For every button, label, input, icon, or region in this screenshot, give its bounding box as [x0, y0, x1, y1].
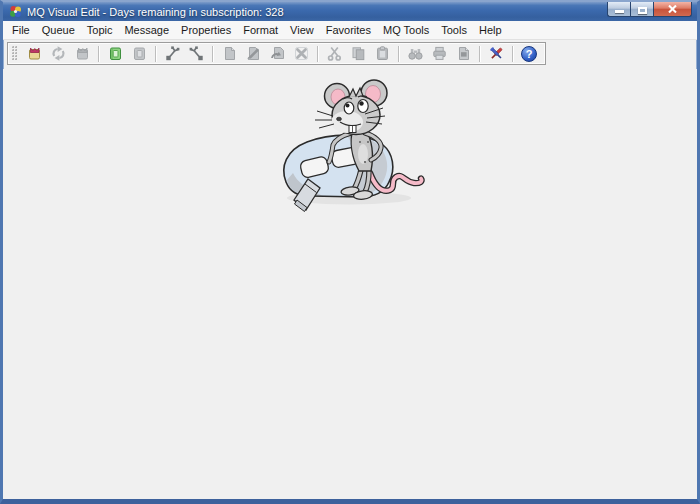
delete-message-icon: [293, 45, 310, 62]
toolbar-row: ?: [3, 40, 697, 69]
refresh-icon: [50, 45, 67, 62]
menu-favorites[interactable]: Favorites: [320, 22, 377, 38]
menu-topic[interactable]: Topic: [81, 22, 119, 38]
open-queue-icon: [26, 45, 43, 62]
print-button[interactable]: [428, 44, 450, 64]
close-queue-button[interactable]: [71, 44, 93, 64]
open-queue-manager-icon: [107, 45, 124, 62]
close-button[interactable]: [653, 2, 692, 17]
toolbar-separator: [155, 46, 156, 62]
menu-queue[interactable]: Queue: [36, 22, 81, 38]
refresh-button[interactable]: [47, 44, 69, 64]
close-queue-manager-icon: [131, 45, 148, 62]
new-message-icon: [221, 45, 238, 62]
edit-message-icon: [245, 45, 262, 62]
export-pdf-icon: [455, 45, 472, 62]
app-window: MQ Visual Edit - Days remaining in subsc…: [0, 0, 700, 504]
tools-icon: [488, 45, 505, 62]
toolbar-grip-handle[interactable]: [12, 46, 17, 61]
revert-message-button[interactable]: [266, 44, 288, 64]
toolbar-separator: [98, 46, 99, 62]
new-message-button[interactable]: [218, 44, 240, 64]
open-queue-manager-button[interactable]: [104, 44, 126, 64]
toolbar-separator: [479, 46, 480, 62]
menu-file[interactable]: File: [6, 22, 36, 38]
edit-message-button[interactable]: [242, 44, 264, 64]
menu-properties[interactable]: Properties: [175, 22, 237, 38]
mouse-cartoon-image: [277, 70, 429, 212]
menu-message[interactable]: Message: [118, 22, 175, 38]
minimize-icon: [615, 10, 624, 13]
close-icon: [668, 5, 677, 13]
maximize-icon: [638, 7, 647, 14]
menu-tools[interactable]: Tools: [435, 22, 473, 38]
print-icon: [431, 45, 448, 62]
export-pdf-button[interactable]: [452, 44, 474, 64]
tools-button[interactable]: [485, 44, 507, 64]
paste-button[interactable]: [371, 44, 393, 64]
maximize-button[interactable]: [630, 2, 653, 17]
help-icon: ?: [521, 46, 537, 62]
cut-button[interactable]: [323, 44, 345, 64]
split-icon: [164, 45, 181, 62]
cut-icon: [326, 45, 343, 62]
find-button[interactable]: [404, 44, 426, 64]
open-queue-button[interactable]: [23, 44, 45, 64]
split-button[interactable]: [161, 44, 183, 64]
find-icon: [407, 45, 424, 62]
toolbar-separator: [317, 46, 318, 62]
workspace: [3, 69, 697, 499]
help-button[interactable]: ?: [518, 44, 540, 64]
menu-bar: File Queue Topic Message Properties Form…: [3, 21, 697, 40]
menu-format[interactable]: Format: [237, 22, 284, 38]
toolbar-separator: [398, 46, 399, 62]
menu-view[interactable]: View: [284, 22, 320, 38]
minimize-button[interactable]: [607, 2, 630, 17]
window-controls: [607, 2, 692, 17]
close-queue-icon: [74, 45, 91, 62]
menu-help[interactable]: Help: [473, 22, 508, 38]
join-icon: [188, 45, 205, 62]
revert-message-icon: [269, 45, 286, 62]
join-button[interactable]: [185, 44, 207, 64]
window-title: MQ Visual Edit - Days remaining in subsc…: [27, 6, 284, 18]
title-bar: MQ Visual Edit - Days remaining in subsc…: [3, 2, 697, 21]
app-icon: [9, 5, 22, 18]
toolbar: ?: [7, 42, 546, 65]
toolbar-separator: [512, 46, 513, 62]
close-queue-manager-button[interactable]: [128, 44, 150, 64]
delete-message-button[interactable]: [290, 44, 312, 64]
menu-mq-tools[interactable]: MQ Tools: [377, 22, 435, 38]
paste-icon: [374, 45, 391, 62]
copy-icon: [350, 45, 367, 62]
copy-button[interactable]: [347, 44, 369, 64]
toolbar-separator: [212, 46, 213, 62]
